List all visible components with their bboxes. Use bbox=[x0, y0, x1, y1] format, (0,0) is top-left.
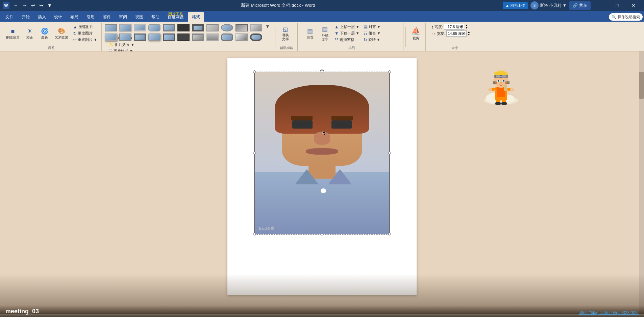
document-title: 新建 Microsoft Word 文档.docx - Word bbox=[53, 2, 503, 8]
svg-point-21 bbox=[498, 81, 499, 82]
tab-file[interactable]: 文件 bbox=[1, 12, 18, 22]
tab-review[interactable]: 审阅 bbox=[115, 12, 131, 22]
style-swatch-15[interactable] bbox=[148, 33, 162, 41]
style-expand-btn[interactable]: ▼ bbox=[265, 24, 270, 29]
handle-top-center[interactable] bbox=[321, 70, 323, 73]
close-btn[interactable]: ✕ bbox=[626, 0, 641, 11]
bring-forward-btn[interactable]: ▲ 上移一层 ▼ bbox=[333, 24, 361, 30]
forward-btn[interactable]: → bbox=[21, 2, 28, 9]
tab-insert[interactable]: 插入 bbox=[34, 12, 50, 22]
artistic-label: 艺术效果 bbox=[55, 36, 68, 40]
redo-btn[interactable]: ↪ bbox=[38, 2, 45, 9]
style-swatch-10[interactable] bbox=[235, 24, 249, 32]
corrections-btn[interactable]: ☀ 校正 bbox=[23, 24, 36, 43]
send-backward-btn[interactable]: ▼ 下移一层 ▼ bbox=[333, 30, 361, 36]
width-input[interactable] bbox=[446, 30, 467, 37]
group-btn[interactable]: ☷ 组合 ▼ bbox=[362, 30, 382, 36]
picture-effects-btn[interactable]: ✨ 图片效果 ▼ bbox=[107, 42, 136, 48]
user-dropdown[interactable]: ▼ bbox=[563, 3, 567, 8]
scrollbar-vertical[interactable] bbox=[639, 51, 644, 314]
selected-photo: Baid百度 bbox=[254, 72, 390, 234]
tab-layout[interactable]: 布局 bbox=[66, 12, 82, 22]
handle-top-right[interactable] bbox=[388, 70, 391, 73]
baidu-upload-btn[interactable]: ▲ 稻壳上传 bbox=[503, 2, 528, 9]
minimize-btn[interactable]: – bbox=[593, 0, 609, 11]
handle-top-left[interactable] bbox=[253, 70, 256, 73]
height-spinner[interactable]: ▲ ▼ bbox=[465, 24, 468, 29]
style-swatch-8[interactable] bbox=[206, 24, 220, 32]
style-chevron-icon[interactable]: ▼ bbox=[265, 24, 270, 29]
change-label: 更改图片 bbox=[78, 31, 93, 36]
style-swatch-9[interactable] bbox=[221, 24, 234, 32]
scrollbar-thumb[interactable] bbox=[639, 72, 644, 99]
style-swatch-7[interactable] bbox=[192, 24, 205, 32]
selected-image-wrapper[interactable]: Baid百度 bbox=[254, 72, 390, 234]
artistic-icon: 🎨 bbox=[58, 27, 65, 35]
position-btn[interactable]: ▤ 位置 bbox=[303, 24, 317, 43]
remove-bg-icon: ■ bbox=[11, 28, 15, 35]
style-swatch-11[interactable] bbox=[250, 24, 263, 32]
blog-url[interactable]: https://blog.csdn.net/q593282826 bbox=[579, 310, 644, 315]
width-label: 宽度: bbox=[437, 31, 445, 36]
tab-design[interactable]: 设计 bbox=[50, 12, 66, 22]
style-swatch-18[interactable] bbox=[192, 33, 205, 41]
naruto-sticker bbox=[481, 68, 521, 106]
compress-image-btn[interactable]: ▲ 压缩图片 bbox=[72, 24, 99, 30]
tab-view[interactable]: 视图 bbox=[131, 12, 147, 22]
style-swatch-2[interactable] bbox=[119, 24, 132, 32]
selection-pane-btn[interactable]: ☷ 选择窗格 bbox=[333, 37, 361, 43]
maximize-btn[interactable]: □ bbox=[610, 0, 625, 11]
align-label: 对齐 bbox=[369, 24, 376, 29]
style-swatch-3[interactable] bbox=[133, 24, 147, 32]
back-btn[interactable]: ← bbox=[12, 2, 20, 9]
rotate-btn[interactable]: ↻ 旋转 ▼ bbox=[362, 37, 382, 43]
style-swatch-6[interactable] bbox=[177, 24, 191, 32]
undo-btn[interactable]: ↩ bbox=[30, 2, 36, 9]
style-swatch-20[interactable] bbox=[221, 33, 234, 41]
svg-point-7 bbox=[488, 88, 492, 91]
style-swatch-16[interactable] bbox=[163, 33, 176, 41]
height-input[interactable] bbox=[444, 24, 464, 30]
reset-image-btn[interactable]: ↩ 重置图片 ▼ bbox=[72, 37, 99, 43]
handle-middle-right[interactable] bbox=[388, 152, 391, 154]
tab-home[interactable]: 开始 bbox=[18, 12, 34, 22]
word-app-icon: W bbox=[3, 2, 9, 9]
change-image-btn[interactable]: ↻ 更改图片 bbox=[72, 30, 99, 36]
handle-middle-left[interactable] bbox=[253, 152, 256, 154]
remove-background-btn[interactable]: ■ 删除背景 bbox=[4, 24, 22, 43]
tab-help[interactable]: 帮助 bbox=[147, 12, 164, 22]
style-swatch-4[interactable] bbox=[148, 24, 162, 32]
customize-btn[interactable]: ▼ bbox=[46, 2, 53, 9]
remove-bg-label: 删除背景 bbox=[6, 36, 20, 40]
wrap-text-btn[interactable]: ▤ 环绕文字 bbox=[318, 24, 332, 43]
accessibility-label: 辅助功能 bbox=[279, 45, 295, 50]
style-swatch-13[interactable] bbox=[119, 33, 132, 41]
tab-references[interactable]: 引用 bbox=[82, 12, 99, 22]
tab-format[interactable]: 格式 bbox=[188, 12, 204, 22]
style-swatch-12[interactable] bbox=[104, 33, 118, 41]
rotate-icon: ↻ bbox=[364, 37, 367, 42]
artistic-effects-btn[interactable]: 🎨 艺术效果 bbox=[53, 24, 70, 43]
share-icon: 🔗 bbox=[573, 3, 578, 8]
alt-text-btn[interactable]: ◱ 替换文字 bbox=[279, 24, 292, 43]
align-btn[interactable]: ▤ 对齐 ▼ bbox=[362, 24, 382, 30]
style-swatch-22[interactable] bbox=[250, 33, 263, 41]
width-spinner[interactable]: ▲ ▼ bbox=[468, 31, 470, 36]
color-btn[interactable]: 🌀 颜色 bbox=[38, 24, 51, 43]
search-operations-btn[interactable]: 🔍 操作说明搜索 bbox=[609, 13, 643, 21]
align-icon: ▤ bbox=[364, 24, 368, 29]
style-swatch-17[interactable] bbox=[177, 33, 191, 41]
picture-tools-label: 图片工具 bbox=[166, 12, 186, 17]
style-swatch-5[interactable] bbox=[163, 24, 176, 32]
title-bar: W ← → ↩ ↪ ▼ 新建 Microsoft Word 文档.docx - … bbox=[0, 0, 644, 11]
bottom-overlay: meeting_03 https://blog.csdn.net/q593282… bbox=[0, 305, 644, 317]
tab-mailings[interactable]: 邮件 bbox=[99, 12, 115, 22]
share-button[interactable]: 🔗 共享 bbox=[569, 1, 591, 10]
style-swatch-1[interactable] bbox=[104, 24, 118, 32]
size-dialog-launcher[interactable]: ☷ bbox=[472, 41, 475, 45]
style-swatch-21[interactable] bbox=[235, 33, 249, 41]
page-left: Baid百度 bbox=[227, 58, 417, 295]
crop-btn[interactable]: ⛵ 裁剪 bbox=[409, 24, 423, 43]
style-swatch-14[interactable] bbox=[133, 33, 147, 41]
style-swatch-19[interactable] bbox=[206, 33, 220, 41]
